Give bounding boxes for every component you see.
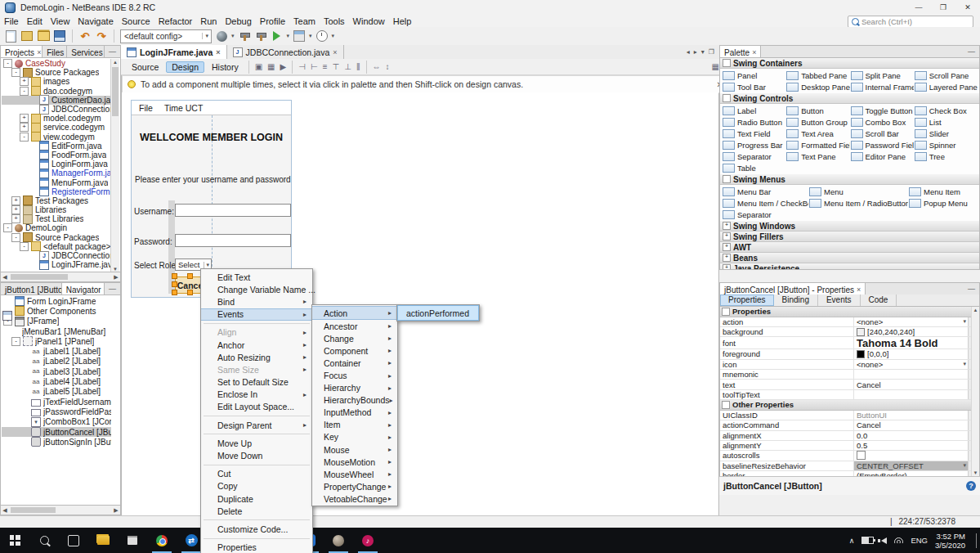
- form-menu-bar[interactable]: File Time UCT: [132, 101, 291, 115]
- debug-project-button[interactable]: [293, 30, 306, 43]
- taskbar-task-view-button[interactable]: [59, 528, 88, 553]
- menu-window[interactable]: Window: [349, 16, 389, 26]
- selection-handle[interactable]: [172, 273, 177, 279]
- tree-item-loginform-java[interactable]: LoginForm.java: [2, 160, 111, 169]
- menu-item-properties[interactable]: Properties: [201, 542, 312, 553]
- open-project-button[interactable]: [37, 30, 50, 43]
- align-left-icon[interactable]: ⊣: [298, 62, 306, 71]
- menu-item-bind[interactable]: Bind▸: [201, 295, 312, 308]
- property-row-mnemonic[interactable]: mnemonic...: [720, 370, 979, 380]
- property-value[interactable]: 0.5: [854, 441, 968, 450]
- undo-button[interactable]: ↶: [78, 30, 92, 43]
- tree-item-demologin[interactable]: -DemoLogin: [2, 223, 111, 232]
- expander-minus-icon[interactable]: -: [20, 133, 29, 142]
- collapse-group-icon[interactable]: [722, 308, 730, 316]
- expand-section-icon[interactable]: +: [723, 243, 731, 251]
- tree-item-registeredform-java[interactable]: RegisteredForm.java: [2, 187, 111, 196]
- collapse-section-icon[interactable]: [723, 94, 731, 102]
- property-row-baselineresizebehavior[interactable]: baselineResizeBehaviorCENTER_OFFSET▾...: [720, 461, 979, 471]
- checkbox-unchecked[interactable]: [857, 451, 866, 460]
- tree-item-jbuttoncancel-jbutton[interactable]: jButtonCancel [JButton]: [2, 427, 111, 437]
- palette-section-java-persistence[interactable]: +Java Persistence: [720, 263, 979, 270]
- property-row-autoscrolls[interactable]: autoscrolls...: [720, 451, 979, 461]
- palette-item-panel[interactable]: Panel: [722, 70, 785, 81]
- palette-item-menu-item-checkbox[interactable]: Menu Item / CheckBox: [722, 197, 808, 209]
- menu-item-change[interactable]: Change▸: [312, 332, 397, 344]
- tree-item-model-codegym[interactable]: +model.codegym: [2, 114, 111, 123]
- menu-debug[interactable]: Debug: [221, 16, 255, 26]
- new-file-button[interactable]: [4, 30, 17, 43]
- editor-tab-loginjframe[interactable]: LoginJFrame.java ×: [121, 45, 227, 59]
- tree-item-test-packages[interactable]: +Test Packages: [2, 196, 111, 205]
- property-value[interactable]: [0,0,0]: [854, 349, 968, 358]
- palette-item-slider[interactable]: Slider: [914, 128, 978, 139]
- form-subtitle-label[interactable]: Please enter your username and password: [135, 175, 291, 184]
- menu-item-move-up[interactable]: Move Up: [201, 437, 312, 449]
- tree-item-jlabel3-jlabel[interactable]: aajLabel3 [JLabel]: [2, 366, 111, 376]
- battery-icon[interactable]: [861, 537, 874, 544]
- tree-item-jtextfieldusername-jtextfield[interactable]: jTextFieldUsername [JTextField]: [2, 397, 111, 407]
- property-row-tooltiptext[interactable]: toolTipText...: [720, 390, 979, 400]
- scrollbar-thumb[interactable]: [112, 67, 119, 116]
- tree-item-test-libraries[interactable]: +Test Libraries: [2, 214, 111, 223]
- expander-minus-icon[interactable]: -: [20, 87, 29, 96]
- palette-item-scroll-bar[interactable]: Scroll Bar: [850, 128, 914, 139]
- property-value[interactable]: ButtonUI: [854, 411, 968, 420]
- center-horizontal-icon[interactable]: ≡: [323, 62, 328, 71]
- tree-item-service-codegym[interactable]: +service.codegym: [2, 123, 111, 132]
- selection-handle[interactable]: [187, 273, 193, 279]
- editor-toolbar-right-icon[interactable]: ▦: [712, 62, 719, 71]
- property-row-alignmenty[interactable]: alignmentY0.5...: [720, 441, 979, 451]
- tree-item-editform-java[interactable]: EditForm.java: [2, 142, 111, 151]
- dropdown-arrow-icon[interactable]: ▾: [963, 318, 968, 325]
- palette-item-progress-bar[interactable]: Progress Bar: [722, 139, 785, 151]
- close-icon[interactable]: ×: [216, 48, 220, 56]
- close-icon[interactable]: ✕: [955, 0, 980, 15]
- tree-item-jdbcconnection-java[interactable]: JJDBCConnection.java: [2, 251, 111, 260]
- palette-section-beans[interactable]: +Beans: [720, 253, 979, 263]
- wifi-icon[interactable]: [894, 537, 903, 543]
- menu-item-cut[interactable]: Cut: [201, 468, 312, 480]
- menu-run[interactable]: Run: [196, 16, 221, 26]
- menu-item-mousewheel[interactable]: MouseWheel▸: [312, 468, 397, 480]
- palette-item-radio-button[interactable]: Radio Button: [722, 116, 785, 128]
- expander-plus-icon[interactable]: +: [20, 77, 29, 86]
- property-group-properties[interactable]: Properties: [720, 307, 979, 317]
- palette-item-desktop-pane[interactable]: Desktop Pane: [785, 81, 849, 92]
- palette-item-text-field[interactable]: Text Field: [722, 128, 785, 139]
- palette-item-combo-box[interactable]: Combo Box: [850, 116, 914, 128]
- menu-item-duplicate[interactable]: Duplicate: [201, 492, 312, 505]
- minimize-panel-icon[interactable]: —: [105, 283, 120, 295]
- menu-item-container[interactable]: Container▸: [312, 357, 397, 369]
- tree-item-jmenubar1-jmenubar[interactable]: jMenuBar1 [JMenuBar]: [2, 326, 111, 336]
- property-row-icon[interactable]: icon<none>▾...: [720, 360, 979, 370]
- menu-item-auto-resizing[interactable]: Auto Resizing▸: [201, 351, 312, 363]
- properties-subtab-events[interactable]: Events: [818, 294, 861, 306]
- tree-item-jlabel4-jlabel[interactable]: aajLabel4 [JLabel]: [2, 376, 111, 386]
- palette-item-menu-item[interactable]: Menu Item: [908, 186, 978, 197]
- palette-section-swing-menus[interactable]: Swing Menus: [720, 174, 979, 185]
- tree-item-jframe[interactable]: -[JFrame]: [2, 317, 111, 326]
- expander-plus-icon[interactable]: +: [20, 123, 29, 132]
- menu-item-set-to-default-size[interactable]: Set to Default Size: [201, 376, 312, 389]
- properties-vertical-scrollbar[interactable]: ▲ ▼: [971, 307, 979, 476]
- scroll-tabs-left-icon[interactable]: ◂: [687, 48, 690, 56]
- expander-minus-icon[interactable]: -: [3, 223, 12, 232]
- palette-item-menu-item-radiobutton[interactable]: Menu Item / RadioButton: [808, 197, 908, 209]
- menu-item-hierarchybounds[interactable]: HierarchyBounds▸: [312, 394, 397, 407]
- tree-item-jbuttonsignin-jbutton[interactable]: jButtonSignIn [JButton]: [2, 437, 111, 447]
- palette-item-menu-bar[interactable]: Menu Bar: [722, 186, 808, 197]
- menu-item-inputmethod[interactable]: InputMethod▸: [312, 407, 397, 419]
- properties-subtab-binding[interactable]: Binding: [774, 294, 818, 306]
- menu-help[interactable]: Help: [389, 16, 416, 26]
- palette-item-scroll-pane[interactable]: Scroll Pane: [914, 70, 978, 81]
- menu-edit[interactable]: Edit: [23, 16, 47, 26]
- expand-section-icon[interactable]: +: [723, 222, 731, 230]
- expander-plus-icon[interactable]: +: [11, 214, 20, 223]
- tree-item-foodform-java[interactable]: FoodForm.java: [2, 151, 111, 160]
- menu-item-propertychange[interactable]: PropertyChange▸: [312, 480, 397, 492]
- scroll-left-icon[interactable]: ◀: [1, 507, 9, 514]
- properties-subtab-properties[interactable]: Properties: [720, 294, 774, 306]
- menu-item-action[interactable]: Action▸: [312, 306, 397, 320]
- property-row-uiclassid[interactable]: UIClassIDButtonUI...: [720, 411, 979, 420]
